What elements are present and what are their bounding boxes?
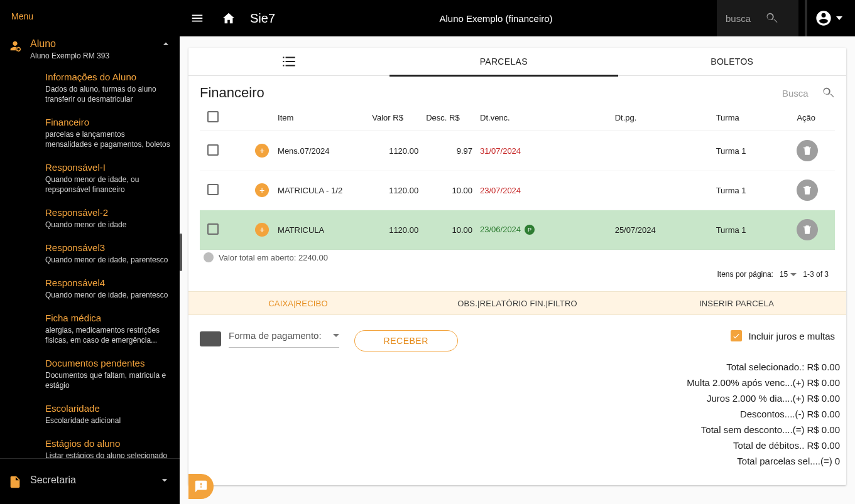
totals-value: R$ 0.00 [807,377,840,388]
tab-caixa[interactable]: CAIXA|RECIBO [188,292,408,314]
receber-button[interactable]: RECEBER [354,330,458,351]
sidebar-item-0[interactable]: Informações do AlunoDados do aluno, turm… [31,65,180,110]
header: Sie7 Aluno Exemplo (financeiro) [180,0,855,36]
th-item: Item [274,105,368,131]
cell-valor: 1120.00 [368,131,422,171]
sidebar-item-desc: Quando menor de idade, parentesco [45,290,171,300]
delete-row-button[interactable] [797,140,818,161]
row-checkbox[interactable] [207,223,219,235]
section-sub: Aluno Exemplo RM 393 [30,51,153,60]
payment-method-select[interactable]: Forma de pagamento: [229,330,339,348]
sidebar-item-title: Responsável-2 [45,207,171,218]
home-button[interactable] [216,6,241,31]
cell-item: MATRICULA [274,210,368,250]
table-row: +MATRICULA - 1/21120.0010.0023/07/2024Tu… [200,171,835,210]
sidebar-item-desc: Listar estágios do aluno selecionado [45,451,171,459]
sidebar-item-5[interactable]: Responsável4Quando menor de idade, paren… [31,271,180,306]
sidebar-item-9[interactable]: Estágios do alunoListar estágios do alun… [31,432,180,459]
totals-row: Total sem desconto....(=) R$ 0.00 [188,422,840,437]
header-search[interactable] [717,0,798,36]
paginator: Itens por página: 15 1-3 of 3 [200,265,835,286]
page-range: 1-3 of 3 [803,270,829,279]
main: Sie7 Aluno Exemplo (financeiro) PARCELAS… [180,0,855,504]
totals-value: R$ 0.00 [807,362,840,372]
financeiro-panel: Financeiro [188,76,846,291]
sidebar-section-secretaria[interactable]: Secretaria [0,459,180,504]
sidebar-item-title: Responsável3 [45,242,171,254]
cell-dtpg [611,131,712,171]
select-all-checkbox[interactable] [207,111,219,122]
totals-value: R$ 0.00 [807,440,840,451]
document-icon [6,474,24,489]
menu-toggle-button[interactable] [185,6,210,31]
payment-icon [200,331,221,346]
chevron-up-icon [160,38,172,53]
list-icon [281,53,297,70]
totals-label: Total sem desconto....(=) [701,424,807,435]
search-icon [765,11,778,25]
row-checkbox[interactable] [207,184,219,195]
caret-down-icon [333,334,339,337]
search-input[interactable] [724,13,765,24]
delete-row-button[interactable] [797,180,818,201]
menu-label: Menu [0,0,180,33]
total-open-label: Valor total em aberto: 2240.00 [219,253,328,262]
panel-search-input[interactable] [781,87,821,99]
sidebar-item-desc: Quando menor de idade, parentesco [45,255,171,265]
sidebar-item-7[interactable]: Documentos pendentesDocumentos que falta… [31,351,180,397]
total-open-strip: Valor total em aberto: 2240.00 [200,250,835,265]
tab-boletos[interactable]: BOLETOS [618,48,847,75]
sidebar-item-4[interactable]: Responsável3Quando menor de idade, paren… [31,236,180,271]
sidebar-item-2[interactable]: Responsável-IQuando menor de idade, ou r… [31,156,180,201]
table-row: +Mens.07/20241120.009.9731/07/2024Turma … [200,131,835,171]
page-size-select[interactable]: 15 [780,270,797,279]
tab-obs[interactable]: OBS.|RELATÓRIO FIN.|FILTRO [408,292,627,314]
sidebar-items: Informações do AlunoDados do aluno, turm… [0,65,180,459]
sidebar: Menu Aluno Aluno Exemplo RM 393 Informaç… [0,0,180,504]
th-dtvenc: Dt.venc. [476,105,611,131]
expand-row-button[interactable]: + [255,183,269,197]
totals-label: Juros 2.000 % dia....(+) [707,393,807,404]
panel-search[interactable] [781,86,835,100]
expand-row-button[interactable]: + [255,223,269,237]
tab-list-view[interactable] [188,48,389,75]
include-interest-checkbox[interactable] [731,330,742,341]
sidebar-bottom: Secretaria [0,459,180,504]
expand-row-button[interactable]: + [255,144,269,158]
sidebar-item-desc: parcelas e lançamentos mensalidades e pa… [45,129,171,149]
cell-desc: 10.00 [422,171,476,210]
sidebar-item-6[interactable]: Ficha médicaalergias, medicamentos restr… [31,306,180,351]
totals-value: R$ 0.00 [807,424,840,435]
svg-point-0 [17,48,21,51]
sidebar-section-aluno[interactable]: Aluno Aluno Exemplo RM 393 [0,33,180,65]
totals-label: Total parcelas sel....(=) [737,456,834,466]
feedback-fab[interactable] [188,474,214,499]
totals-row: Total parcelas sel....(=) 0 [188,453,840,469]
totals-row: Total de débitos.. R$ 0.00 [188,437,840,453]
parcelas-table: Item Valor R$ Desc. R$ Dt.venc. Dt.pg. T… [200,105,835,250]
bottom-tabs: CAIXA|RECIBO OBS.|RELATÓRIO FIN.|FILTRO … [188,291,846,315]
sidebar-scroll[interactable]: Aluno Aluno Exemplo RM 393 Informações d… [0,33,180,459]
sidebar-item-title: Ficha médica [45,313,171,324]
cell-dtvenc: 23/06/2024P [476,210,611,250]
sidebar-resize-handle[interactable] [177,0,182,504]
delete-row-button[interactable] [797,219,818,240]
sidebar-item-1[interactable]: Financeiroparcelas e lançamentos mensali… [31,110,180,156]
row-checkbox[interactable] [207,144,219,156]
totals-value: 0 [835,456,840,466]
page-size-value: 15 [780,270,788,279]
sidebar-item-desc: Quando menor de idade, ou repsponsável f… [45,174,171,195]
sidebar-item-3[interactable]: Responsável-2Quando menor de idade [31,201,180,236]
account-menu[interactable] [805,0,850,36]
content: PARCELAS BOLETOS Financeiro [180,36,855,504]
sidebar-item-title: Responsável-I [45,162,171,173]
context-title: Aluno Exemplo (financeiro) [281,13,711,24]
sidebar-item-8[interactable]: EscolaridadeEscolaridade adicional [31,397,180,432]
tab-parcelas[interactable]: PARCELAS [389,48,618,75]
top-tabs: PARCELAS BOLETOS [188,48,846,76]
section-title: Secretaria [30,474,152,486]
th-turma: Turma [712,105,793,131]
totals-value: R$ 0.00 [807,409,840,419]
totals-label: Total de débitos.. [733,440,807,451]
tab-inserir[interactable]: INSERIR PARCELA [627,292,846,314]
